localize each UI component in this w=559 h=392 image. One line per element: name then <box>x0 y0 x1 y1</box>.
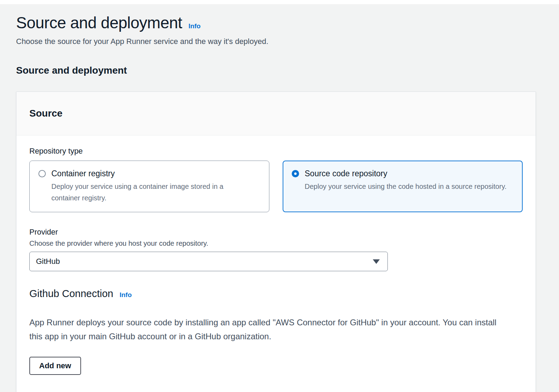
tile-source-code-repository[interactable]: Source code repository Deploy your servi… <box>283 161 523 212</box>
add-new-button[interactable]: Add new <box>29 357 81 375</box>
radio-button-source-code-repository[interactable] <box>292 170 299 177</box>
source-and-deployment-page: Source and deployment Info Choose the so… <box>0 4 559 392</box>
tile-text: Source code repository Deploy your servi… <box>305 169 507 192</box>
github-connection-heading: Github Connection <box>29 288 113 299</box>
page-title-info-link[interactable]: Info <box>188 22 201 30</box>
github-connection-heading-row: Github Connection Info <box>29 288 523 299</box>
tile-description: Deploy your service using a container im… <box>51 181 254 204</box>
top-strip <box>0 0 559 4</box>
page-subtitle: Choose the source for your App Runner se… <box>16 37 536 46</box>
source-card-body: Repository type Container registry Deplo… <box>16 135 536 392</box>
provider-selected-value: GitHub <box>36 257 60 266</box>
source-card-title: Source <box>29 108 523 119</box>
provider-description: Choose the provider where you host your … <box>29 239 523 247</box>
repository-type-label: Repository type <box>29 147 523 156</box>
provider-block: Provider Choose the provider where you h… <box>29 228 523 271</box>
tile-title: Container registry <box>51 169 254 178</box>
tile-description: Deploy your service using the code hoste… <box>305 181 507 192</box>
repository-type-tiles: Container registry Deploy your service u… <box>29 161 523 212</box>
page-title-row: Source and deployment Info <box>16 13 536 32</box>
provider-select[interactable]: GitHub <box>29 252 388 271</box>
source-card-header: Source <box>16 92 536 135</box>
source-card: Source Repository type Container registr… <box>16 91 536 392</box>
tile-text: Container registry Deploy your service u… <box>51 169 254 204</box>
page-title: Source and deployment <box>16 13 182 32</box>
github-connection-info-link[interactable]: Info <box>119 291 132 299</box>
tile-title: Source code repository <box>305 169 507 178</box>
section-heading: Source and deployment <box>16 65 536 76</box>
radio-button-container-registry[interactable] <box>38 170 46 177</box>
caret-down-icon <box>373 259 380 264</box>
github-connection-description: App Runner deploys your source code by i… <box>29 316 511 343</box>
tile-container-registry[interactable]: Container registry Deploy your service u… <box>29 161 269 212</box>
provider-label: Provider <box>29 228 523 237</box>
